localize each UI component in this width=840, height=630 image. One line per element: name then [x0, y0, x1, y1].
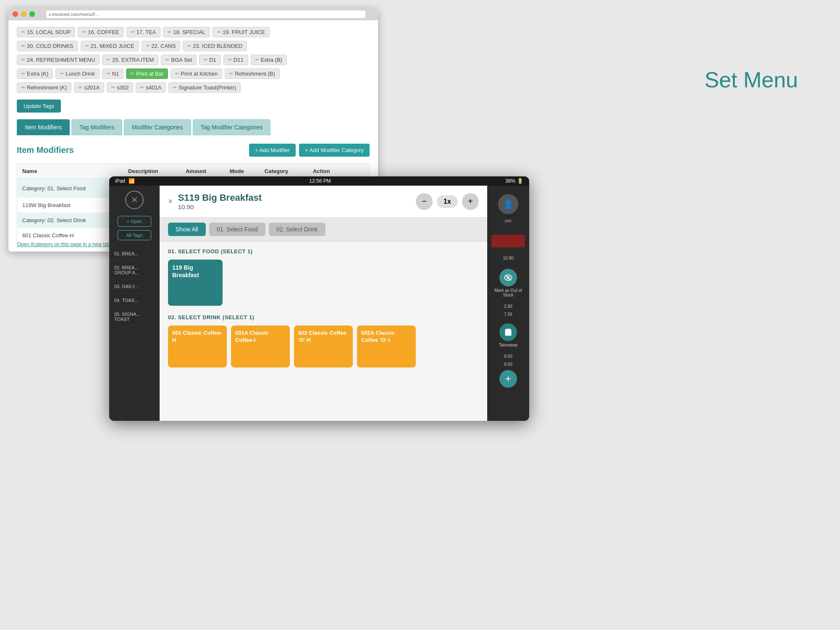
- tag-extra-b[interactable]: ✏ Extra (B): [251, 55, 287, 65]
- add-modifier-category-button[interactable]: + Add Modifier Category: [299, 144, 370, 157]
- tags-row-3: ✏ 24. REFRESHMENT MENU ✏ 25. EXTRA ITEM …: [17, 55, 370, 65]
- drink-item-card[interactable]: 602A Classic Coffee 'O'-I: [357, 326, 416, 368]
- tag-n1[interactable]: ✏ N1: [102, 68, 124, 79]
- drink-item-card[interactable]: 601A Classic Coffee-I: [231, 326, 290, 368]
- pencil-icon: ✏: [140, 85, 144, 90]
- pencil-icon: ✏: [146, 43, 150, 49]
- pencil-icon: ✏: [165, 57, 169, 63]
- minimize-window-button[interactable]: [21, 11, 26, 17]
- status-right: 38% 🔋: [505, 178, 523, 184]
- tag-refreshment-k[interactable]: ✏ Refreshment (K): [17, 82, 71, 93]
- url-bar[interactable]: s.invoiced.com/menu/f...: [46, 10, 365, 18]
- tab-show-all[interactable]: Show All: [168, 223, 206, 236]
- bag-icon: [499, 323, 517, 341]
- pencil-icon: ✏: [82, 29, 86, 35]
- tag-d1[interactable]: ✏ D1: [199, 55, 221, 65]
- avatar: 👤: [498, 194, 518, 214]
- ipad-body: ✕ + Open All Tags 01. BREA... 02. BREA..…: [109, 186, 529, 421]
- battery-level: 38%: [505, 178, 515, 184]
- pencil-icon: ✏: [107, 57, 110, 63]
- modifier-tabs: Item Modifiers Tag Modifiers Modifier Ca…: [17, 119, 370, 135]
- tag-coffee[interactable]: ✏ 16. COFFEE: [78, 27, 123, 37]
- footer-link[interactable]: Open #category on this page in a new tab: [17, 242, 110, 247]
- takeaway-button[interactable]: Takeaway: [497, 320, 519, 351]
- price-display-5: 9.50: [504, 362, 512, 367]
- tag-print-at-bar[interactable]: ✏ Print at Bar: [126, 68, 168, 79]
- close-window-button[interactable]: [13, 11, 18, 17]
- tag-bga-set[interactable]: ✏ BGA Set: [161, 55, 197, 65]
- tag-lunch-drink[interactable]: ✏ Lunch Drink: [55, 68, 99, 79]
- pencil-icon: ✏: [21, 57, 25, 63]
- wifi-icon: 📶: [129, 178, 135, 184]
- action-buttons: + Add Modifier + Add Modifier Category: [249, 144, 370, 157]
- list-item[interactable]: 03. DAILY...: [109, 280, 160, 294]
- list-item[interactable]: 02. BREA... GROUP A...: [109, 261, 160, 280]
- tag-s201a[interactable]: ✏ s201A: [74, 82, 104, 93]
- user-name: pax: [505, 218, 512, 223]
- pencil-icon: ✏: [21, 71, 25, 76]
- tag-iced-blended[interactable]: ✏ 23. ICED BLENDED: [183, 41, 247, 51]
- list-item[interactable]: 01. BREA...: [109, 247, 160, 261]
- tag-tea[interactable]: ✏ 17. TEA: [126, 27, 161, 37]
- pencil-icon: ✏: [255, 57, 259, 63]
- tab-select-food[interactable]: 01. Select Food: [209, 223, 265, 236]
- update-tags-button[interactable]: Update Tags: [17, 100, 61, 113]
- ipad-device: iPad 📶 12:56 PM 38% 🔋 ✕ + Open All Tags …: [109, 176, 529, 421]
- pencil-icon: ✏: [229, 71, 233, 76]
- tags-row-5: ✏ Refreshment (K) ✏ s201A ✏ s302 ✏ s401A…: [17, 82, 370, 93]
- decrease-quantity-button[interactable]: −: [416, 193, 433, 210]
- tags-row-4: ✏ Extra (K) ✏ Lunch Drink ✏ N1 ✏ Print a…: [17, 68, 370, 79]
- tag-cans[interactable]: ✏ 22. CANS: [142, 41, 181, 51]
- ipad-time: 12:56 PM: [309, 178, 331, 184]
- pencil-icon: ✏: [21, 43, 25, 49]
- tab-tag-modifier-categories[interactable]: Tag Modifier Categories: [193, 119, 271, 135]
- tag-extra-item[interactable]: ✏ 25. EXTRA ITEM: [102, 55, 158, 65]
- pencil-icon: ✏: [60, 71, 64, 76]
- tab-select-drink[interactable]: 02. Select Drink: [269, 223, 326, 236]
- list-item[interactable]: 05. SIGNA... TOAST: [109, 307, 160, 326]
- food-items-grid: 119 Big Breakfast: [168, 260, 479, 306]
- tag-s302[interactable]: ✏ s302: [107, 82, 133, 93]
- tag-local-soup[interactable]: ✏ 15. LOCAL SOUP: [17, 27, 75, 37]
- pencil-icon: ✏: [131, 29, 135, 35]
- tag-extra-k[interactable]: ✏ Extra (K): [17, 68, 53, 79]
- open-button[interactable]: + Open: [118, 216, 151, 227]
- list-item[interactable]: 04. TOAS...: [109, 294, 160, 307]
- ipad-status-bar: iPad 📶 12:56 PM 38% 🔋: [109, 176, 529, 186]
- tab-item-modifiers[interactable]: Item Modifiers: [17, 119, 70, 135]
- tag-cold-drinks[interactable]: ✏ 20. COLD DRINKS: [17, 41, 78, 51]
- add-modifier-button[interactable]: + Add Modifier: [249, 144, 296, 157]
- tag-d11[interactable]: ✏ D11: [223, 55, 248, 65]
- drink-item-card[interactable]: 601 Classic Coffee-H: [168, 326, 227, 368]
- tag-refreshment-b[interactable]: ✏ Refreshment (B): [225, 68, 279, 79]
- tag-fruit-juice[interactable]: ✏ 19. FRUIT JUICE: [213, 27, 270, 37]
- food-item-card[interactable]: 119 Big Breakfast: [168, 260, 223, 306]
- price-display-3: 7.95: [504, 312, 512, 317]
- price-display-1: 10.90: [503, 254, 513, 262]
- item-modifiers-header: Item Modifiers + Add Modifier + Add Modi…: [17, 144, 370, 157]
- tag-signature-toast[interactable]: ✏ Signature Toast(Printer): [168, 82, 241, 93]
- drink-item-label: 602A Classic Coffee 'O'-I: [361, 330, 412, 344]
- pencil-icon: ✏: [204, 57, 207, 63]
- mark-out-of-stock-button[interactable]: Mark as Out of Stock: [487, 265, 529, 301]
- pencil-icon: ✏: [131, 71, 134, 76]
- tag-s401a[interactable]: ✏ s401A: [136, 82, 166, 93]
- close-order-button[interactable]: ✕: [125, 191, 144, 209]
- drink-item-card[interactable]: 602 Classic Coffee 'O'-H: [294, 326, 353, 368]
- add-button[interactable]: +: [499, 370, 517, 388]
- col-name: Name: [17, 164, 123, 179]
- increase-quantity-button[interactable]: +: [462, 193, 479, 210]
- modal-close-button[interactable]: ×: [168, 197, 173, 206]
- tag-special[interactable]: ✏ 18. SPECIAL: [163, 27, 210, 37]
- price-display-4: 9.50: [504, 354, 512, 359]
- tag-print-at-kitchen[interactable]: ✏ Print at Kitchen: [171, 68, 222, 79]
- tag-refreshment-menu[interactable]: ✏ 24. REFRESHMENT MENU: [17, 55, 100, 65]
- tab-tag-modifiers[interactable]: Tag Modifiers: [71, 119, 122, 135]
- pencil-icon: ✏: [168, 29, 171, 35]
- tab-modifier-categories[interactable]: Modifier Categories: [124, 119, 191, 135]
- tag-mixed-juice[interactable]: ✏ 21. MIXED JUICE: [81, 41, 139, 51]
- all-tags-button[interactable]: All Tags: [118, 230, 151, 240]
- food-category-label: 01. SELECT FOOD (SELECT 1): [168, 248, 479, 255]
- pencil-icon: ✏: [79, 85, 82, 90]
- maximize-window-button[interactable]: [29, 11, 35, 17]
